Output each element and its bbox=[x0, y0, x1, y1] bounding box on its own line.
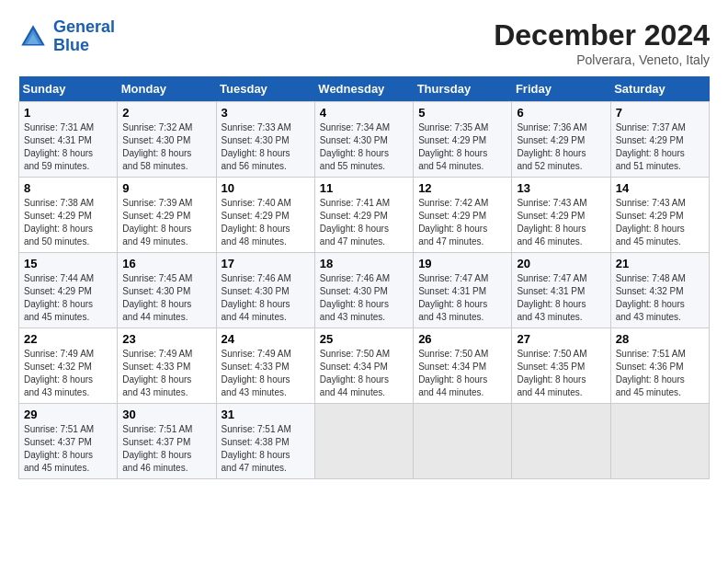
weekday-header-monday: Monday bbox=[118, 76, 216, 102]
day-number-3: 3 bbox=[222, 106, 310, 120]
day-number-25: 25 bbox=[320, 332, 408, 346]
day-number-1: 1 bbox=[24, 106, 112, 120]
day-cell-17: 17Sunrise: 7:46 AM Sunset: 4:30 PM Dayli… bbox=[216, 253, 314, 328]
day-number-20: 20 bbox=[517, 257, 605, 270]
day-cell-18: 18Sunrise: 7:46 AM Sunset: 4:30 PM Dayli… bbox=[314, 253, 413, 328]
day-cell-4: 4Sunrise: 7:34 AM Sunset: 4:30 PM Daylig… bbox=[314, 102, 413, 178]
day-info-31: Sunrise: 7:51 AM Sunset: 4:38 PM Dayligh… bbox=[222, 423, 310, 475]
weekday-header-tuesday: Tuesday bbox=[216, 76, 314, 102]
day-number-23: 23 bbox=[122, 332, 210, 346]
day-cell-13: 13Sunrise: 7:43 AM Sunset: 4:29 PM Dayli… bbox=[512, 178, 610, 253]
day-info-27: Sunrise: 7:50 AM Sunset: 4:35 PM Dayligh… bbox=[517, 348, 605, 399]
day-info-4: Sunrise: 7:34 AM Sunset: 4:30 PM Dayligh… bbox=[320, 121, 408, 173]
logo-line2: Blue bbox=[53, 36, 89, 54]
day-info-8: Sunrise: 7:38 AM Sunset: 4:29 PM Dayligh… bbox=[24, 197, 112, 248]
day-cell-15: 15Sunrise: 7:44 AM Sunset: 4:29 PM Dayli… bbox=[19, 253, 118, 328]
day-cell-3: 3Sunrise: 7:33 AM Sunset: 4:30 PM Daylig… bbox=[216, 102, 314, 178]
day-number-8: 8 bbox=[24, 181, 112, 195]
day-number-19: 19 bbox=[418, 257, 506, 270]
day-info-17: Sunrise: 7:46 AM Sunset: 4:30 PM Dayligh… bbox=[222, 272, 310, 324]
day-number-4: 4 bbox=[320, 106, 408, 120]
day-info-24: Sunrise: 7:49 AM Sunset: 4:33 PM Dayligh… bbox=[222, 348, 310, 399]
day-cell-27: 27Sunrise: 7:50 AM Sunset: 4:35 PM Dayli… bbox=[512, 328, 610, 404]
day-cell-31: 31Sunrise: 7:51 AM Sunset: 4:38 PM Dayli… bbox=[216, 404, 314, 479]
day-info-25: Sunrise: 7:50 AM Sunset: 4:34 PM Dayligh… bbox=[320, 348, 408, 399]
day-info-12: Sunrise: 7:42 AM Sunset: 4:29 PM Dayligh… bbox=[418, 197, 506, 248]
day-number-17: 17 bbox=[222, 257, 310, 270]
month-title: December 2024 bbox=[494, 18, 710, 52]
day-number-11: 11 bbox=[320, 181, 408, 195]
day-cell-1: 1Sunrise: 7:31 AM Sunset: 4:31 PM Daylig… bbox=[19, 102, 118, 178]
calendar-week-3: 15Sunrise: 7:44 AM Sunset: 4:29 PM Dayli… bbox=[19, 253, 710, 328]
day-cell-8: 8Sunrise: 7:38 AM Sunset: 4:29 PM Daylig… bbox=[19, 178, 118, 253]
day-info-2: Sunrise: 7:32 AM Sunset: 4:30 PM Dayligh… bbox=[122, 121, 210, 173]
day-number-15: 15 bbox=[24, 257, 112, 270]
day-cell-19: 19Sunrise: 7:47 AM Sunset: 4:31 PM Dayli… bbox=[414, 253, 512, 328]
weekday-header-sunday: Sunday bbox=[19, 76, 118, 102]
day-number-16: 16 bbox=[122, 257, 210, 270]
day-info-23: Sunrise: 7:49 AM Sunset: 4:33 PM Dayligh… bbox=[122, 348, 210, 399]
day-info-6: Sunrise: 7:36 AM Sunset: 4:29 PM Dayligh… bbox=[517, 121, 605, 173]
day-number-26: 26 bbox=[418, 332, 506, 346]
day-cell-9: 9Sunrise: 7:39 AM Sunset: 4:29 PM Daylig… bbox=[118, 178, 216, 253]
day-cell-6: 6Sunrise: 7:36 AM Sunset: 4:29 PM Daylig… bbox=[512, 102, 610, 178]
day-number-7: 7 bbox=[616, 106, 704, 120]
empty-cell bbox=[414, 404, 512, 479]
empty-cell bbox=[314, 404, 413, 479]
day-info-7: Sunrise: 7:37 AM Sunset: 4:29 PM Dayligh… bbox=[616, 121, 704, 173]
day-number-18: 18 bbox=[320, 257, 408, 270]
empty-cell bbox=[610, 404, 709, 479]
day-number-10: 10 bbox=[222, 181, 310, 195]
day-info-18: Sunrise: 7:46 AM Sunset: 4:30 PM Dayligh… bbox=[320, 272, 408, 324]
calendar-week-4: 22Sunrise: 7:49 AM Sunset: 4:32 PM Dayli… bbox=[19, 328, 710, 404]
weekday-header-wednesday: Wednesday bbox=[314, 76, 413, 102]
day-cell-22: 22Sunrise: 7:49 AM Sunset: 4:32 PM Dayli… bbox=[19, 328, 118, 404]
day-number-9: 9 bbox=[122, 181, 210, 195]
weekday-header-friday: Friday bbox=[512, 76, 610, 102]
day-number-6: 6 bbox=[517, 106, 605, 120]
day-info-14: Sunrise: 7:43 AM Sunset: 4:29 PM Dayligh… bbox=[616, 197, 704, 248]
day-cell-10: 10Sunrise: 7:40 AM Sunset: 4:29 PM Dayli… bbox=[216, 178, 314, 253]
day-number-27: 27 bbox=[517, 332, 605, 346]
day-info-9: Sunrise: 7:39 AM Sunset: 4:29 PM Dayligh… bbox=[122, 197, 210, 248]
day-number-14: 14 bbox=[616, 181, 704, 195]
day-number-13: 13 bbox=[517, 181, 605, 195]
calendar-table: SundayMondayTuesdayWednesdayThursdayFrid… bbox=[18, 76, 710, 479]
day-info-22: Sunrise: 7:49 AM Sunset: 4:32 PM Dayligh… bbox=[24, 348, 112, 399]
day-info-11: Sunrise: 7:41 AM Sunset: 4:29 PM Dayligh… bbox=[320, 197, 408, 248]
day-cell-11: 11Sunrise: 7:41 AM Sunset: 4:29 PM Dayli… bbox=[314, 178, 413, 253]
day-info-26: Sunrise: 7:50 AM Sunset: 4:34 PM Dayligh… bbox=[418, 348, 506, 399]
day-cell-12: 12Sunrise: 7:42 AM Sunset: 4:29 PM Dayli… bbox=[414, 178, 512, 253]
location-subtitle: Polverara, Veneto, Italy bbox=[494, 52, 710, 67]
logo: General Blue bbox=[18, 18, 115, 55]
day-info-19: Sunrise: 7:47 AM Sunset: 4:31 PM Dayligh… bbox=[418, 272, 506, 324]
day-number-29: 29 bbox=[24, 408, 112, 421]
calendar-week-5: 29Sunrise: 7:51 AM Sunset: 4:37 PM Dayli… bbox=[19, 404, 710, 479]
header: General Blue December 2024 Polverara, Ve… bbox=[18, 18, 710, 67]
day-number-12: 12 bbox=[418, 181, 506, 195]
day-number-28: 28 bbox=[616, 332, 704, 346]
day-cell-2: 2Sunrise: 7:32 AM Sunset: 4:30 PM Daylig… bbox=[118, 102, 216, 178]
day-info-29: Sunrise: 7:51 AM Sunset: 4:37 PM Dayligh… bbox=[24, 423, 112, 475]
logo-text: General Blue bbox=[53, 18, 115, 55]
day-cell-25: 25Sunrise: 7:50 AM Sunset: 4:34 PM Dayli… bbox=[314, 328, 413, 404]
day-cell-29: 29Sunrise: 7:51 AM Sunset: 4:37 PM Dayli… bbox=[19, 404, 118, 479]
day-number-5: 5 bbox=[418, 106, 506, 120]
weekday-header-thursday: Thursday bbox=[414, 76, 512, 102]
day-cell-5: 5Sunrise: 7:35 AM Sunset: 4:29 PM Daylig… bbox=[414, 102, 512, 178]
calendar-week-2: 8Sunrise: 7:38 AM Sunset: 4:29 PM Daylig… bbox=[19, 178, 710, 253]
day-info-28: Sunrise: 7:51 AM Sunset: 4:36 PM Dayligh… bbox=[616, 348, 704, 399]
day-number-31: 31 bbox=[222, 408, 310, 421]
day-info-21: Sunrise: 7:48 AM Sunset: 4:32 PM Dayligh… bbox=[616, 272, 704, 324]
day-info-1: Sunrise: 7:31 AM Sunset: 4:31 PM Dayligh… bbox=[24, 121, 112, 173]
day-info-13: Sunrise: 7:43 AM Sunset: 4:29 PM Dayligh… bbox=[517, 197, 605, 248]
day-cell-30: 30Sunrise: 7:51 AM Sunset: 4:37 PM Dayli… bbox=[118, 404, 216, 479]
day-cell-21: 21Sunrise: 7:48 AM Sunset: 4:32 PM Dayli… bbox=[610, 253, 709, 328]
day-cell-14: 14Sunrise: 7:43 AM Sunset: 4:29 PM Dayli… bbox=[610, 178, 709, 253]
day-info-10: Sunrise: 7:40 AM Sunset: 4:29 PM Dayligh… bbox=[222, 197, 310, 248]
day-info-20: Sunrise: 7:47 AM Sunset: 4:31 PM Dayligh… bbox=[517, 272, 605, 324]
weekday-header-row: SundayMondayTuesdayWednesdayThursdayFrid… bbox=[19, 76, 710, 102]
day-number-22: 22 bbox=[24, 332, 112, 346]
day-number-24: 24 bbox=[222, 332, 310, 346]
day-info-15: Sunrise: 7:44 AM Sunset: 4:29 PM Dayligh… bbox=[24, 272, 112, 324]
